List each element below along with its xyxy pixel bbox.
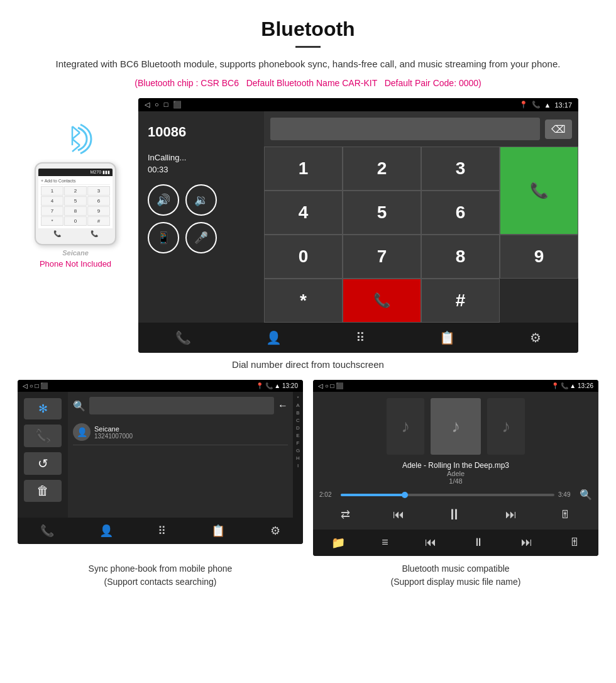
pb-bottom-transfer[interactable]: 📋 bbox=[211, 524, 225, 538]
caption-music-text: Bluetooth music compatible(Support displ… bbox=[391, 564, 521, 587]
music-shuffle-icon[interactable]: ⇄ bbox=[341, 508, 350, 521]
car-phone-icon: 📞 bbox=[532, 101, 541, 109]
phonebook-body: ✻ 📞 ↺ 🗑 🔍 ← 👤 Seicane 132 bbox=[18, 392, 303, 518]
mock-end-icon[interactable]: 📞 bbox=[53, 230, 61, 237]
car-bottom-settings-icon[interactable]: ⚙ bbox=[530, 330, 541, 345]
car-key-4[interactable]: 4 bbox=[264, 191, 343, 235]
car-vol-down-button[interactable]: 🔉 bbox=[185, 184, 217, 216]
phone-mock-status: M270 ▮▮▮ bbox=[38, 169, 113, 176]
car-bottom-contacts-icon[interactable]: 👤 bbox=[266, 330, 282, 345]
phonebook-bt-icon[interactable]: ✻ bbox=[24, 398, 62, 419]
car-key-8[interactable]: 8 bbox=[421, 235, 500, 279]
bluetooth-icon bbox=[57, 117, 94, 155]
phone-mock-bottom: 📞 📞 bbox=[38, 228, 113, 239]
mock-key-1[interactable]: 1 bbox=[41, 186, 63, 196]
mock-key-4[interactable]: 4 bbox=[41, 196, 63, 206]
car-dialpad-grid: 1 2 3 📞 4 5 6 0 7 8 9 * bbox=[264, 147, 578, 323]
alpha-i[interactable]: I bbox=[297, 462, 299, 470]
mock-key-7[interactable]: 7 bbox=[41, 206, 63, 216]
mu-bottom-settings[interactable]: 🎚 bbox=[569, 536, 580, 550]
alpha-a[interactable]: A bbox=[296, 402, 299, 409]
car-transfer-button[interactable]: 📱 bbox=[148, 222, 179, 253]
alpha-f[interactable]: F bbox=[297, 440, 300, 447]
car-gps-icon: 📍 bbox=[519, 101, 528, 109]
pb-bottom-dialpad[interactable]: ⠿ bbox=[158, 524, 166, 538]
seicane-watermark: Seicane bbox=[62, 249, 89, 257]
pb-bottom-settings[interactable]: ⚙ bbox=[270, 524, 280, 538]
car-key-1[interactable]: 1 bbox=[264, 147, 343, 191]
car-mute-button[interactable]: 🎤 bbox=[185, 222, 217, 253]
car-key-hash[interactable]: # bbox=[421, 279, 500, 323]
music-search-icon[interactable]: 🔍 bbox=[580, 489, 592, 501]
car-key-7[interactable]: 7 bbox=[343, 235, 421, 279]
car-key-0[interactable]: 0 bbox=[264, 235, 343, 279]
car-call-button[interactable]: 📞 bbox=[500, 147, 578, 235]
mock-key-5[interactable]: 5 bbox=[64, 196, 87, 206]
car-bottom-calls-icon[interactable]: 📞 bbox=[175, 330, 191, 345]
alpha-g[interactable]: G bbox=[296, 447, 300, 455]
music-song-title: Adele - Rolling In the Deep.mp3 bbox=[319, 461, 592, 470]
alpha-c[interactable]: C bbox=[296, 417, 300, 425]
bottom-captions: Sync phone-book from mobile phone(Suppor… bbox=[0, 556, 616, 601]
music-art-center: ♪ bbox=[431, 398, 481, 455]
phonebook-call-icon[interactable]: 📞 bbox=[24, 425, 62, 447]
music-next-icon[interactable]: ⏭ bbox=[505, 508, 517, 521]
music-progress-bar[interactable] bbox=[341, 494, 554, 496]
alpha-e[interactable]: E bbox=[296, 432, 299, 440]
mock-call-icon[interactable]: 📞 bbox=[91, 230, 98, 237]
pb-bottom-calls[interactable]: 📞 bbox=[40, 524, 54, 538]
phonebook-contact-row[interactable]: 👤 Seicane 13241007000 bbox=[73, 419, 288, 445]
mu-bottom-list[interactable]: ≡ bbox=[382, 536, 388, 550]
car-key-9[interactable]: 9 bbox=[500, 235, 578, 279]
car-backspace-button[interactable]: ⌫ bbox=[545, 119, 572, 139]
phonebook-refresh-icon[interactable]: ↺ bbox=[24, 452, 62, 475]
mock-key-0[interactable]: 0 bbox=[64, 216, 87, 226]
mock-key-hash[interactable]: # bbox=[87, 216, 110, 226]
mu-bottom-next[interactable]: ⏭ bbox=[521, 536, 532, 550]
mock-key-star[interactable]: * bbox=[41, 216, 63, 226]
car-nav-screen: ⬛ bbox=[173, 101, 182, 109]
mu-bottom-prev[interactable]: ⏮ bbox=[425, 536, 436, 550]
car-controls: 🔊 🔉 📱 🎤 bbox=[148, 184, 255, 253]
phonebook-search-input[interactable] bbox=[89, 397, 274, 414]
page-title: Bluetooth bbox=[38, 18, 578, 41]
car-input-box[interactable] bbox=[270, 118, 540, 140]
music-prev-icon[interactable]: ⏮ bbox=[393, 508, 404, 521]
mu-bottom-pause[interactable]: ⏸ bbox=[473, 536, 484, 550]
phonebook-back-icon[interactable]: ← bbox=[278, 400, 288, 411]
phonebook-delete-icon[interactable]: 🗑 bbox=[24, 480, 62, 502]
mu-status-left: ◁ ○ □ ⬛ bbox=[318, 382, 343, 389]
mu-bottom-folder[interactable]: 📁 bbox=[331, 536, 345, 550]
mock-key-9[interactable]: 9 bbox=[87, 206, 110, 216]
alpha-b[interactable]: B bbox=[296, 409, 299, 417]
alpha-h[interactable]: H bbox=[296, 455, 300, 462]
car-vol-up-button[interactable]: 🔊 bbox=[148, 184, 179, 216]
mock-key-8[interactable]: 8 bbox=[64, 206, 87, 216]
car-key-5[interactable]: 5 bbox=[343, 191, 421, 235]
car-key-3[interactable]: 3 bbox=[421, 147, 500, 191]
phonebook-screen: ◁ ○ □ ⬛ 📍 📞 ▲ 13:20 ✻ 📞 ↺ 🗑 🔍 ← bbox=[18, 380, 303, 544]
car-bottom-dialpad-icon[interactable]: ⠿ bbox=[356, 330, 365, 345]
header-specs: (Bluetooth chip : CSR BC6 Default Blueto… bbox=[38, 78, 578, 88]
car-screen-wrap: ◁ ○ □ ⬛ 📍 📞 ▲ 13:17 10086 InCalling... bbox=[138, 98, 603, 353]
mock-key-6[interactable]: 6 bbox=[87, 196, 110, 206]
car-right-panel: ⌫ 1 2 3 📞 4 5 6 0 7 bbox=[264, 111, 578, 323]
music-play-pause-icon[interactable]: ⏸ bbox=[447, 506, 462, 523]
alpha-star[interactable]: * bbox=[297, 394, 299, 402]
car-key-6[interactable]: 6 bbox=[421, 191, 500, 235]
header-description: Integrated with BC6 Bluetooth module, su… bbox=[38, 57, 578, 72]
pb-bottom-contacts[interactable]: 👤 bbox=[99, 524, 113, 538]
phonebook-status-bar: ◁ ○ □ ⬛ 📍 📞 ▲ 13:20 bbox=[18, 380, 303, 392]
mock-key-2[interactable]: 2 bbox=[64, 186, 87, 196]
music-equalizer-icon[interactable]: 🎚 bbox=[559, 508, 571, 521]
bluetooth-icon-area bbox=[57, 117, 94, 157]
phonebook-alphabet: * A B C D E F G H I bbox=[293, 392, 303, 518]
car-bottom-transfer-icon[interactable]: 📋 bbox=[439, 330, 455, 345]
car-key-2[interactable]: 2 bbox=[343, 147, 421, 191]
car-end-call-button[interactable]: 📞 bbox=[343, 279, 421, 323]
music-progress-fill bbox=[341, 494, 405, 496]
music-controls-row: ⇄ ⏮ ⏸ ⏭ 🎚 bbox=[319, 506, 592, 523]
car-key-star[interactable]: * bbox=[264, 279, 343, 323]
alpha-d[interactable]: D bbox=[296, 425, 300, 432]
mock-key-3[interactable]: 3 bbox=[87, 186, 110, 196]
